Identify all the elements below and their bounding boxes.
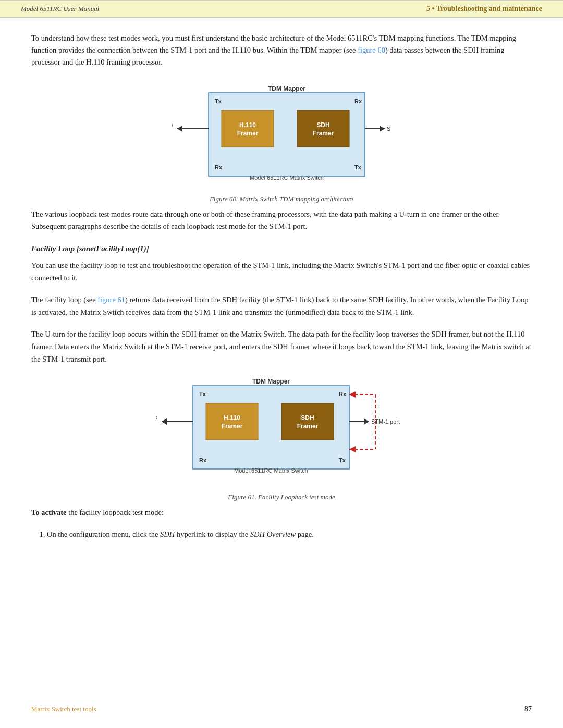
list-item-1: On the configuration menu, click the SDH… <box>47 528 532 541</box>
svg-rect-26 <box>282 403 334 440</box>
footer: Matrix Switch test tools 87 <box>0 705 563 713</box>
svg-text:H.110: H.110 <box>224 414 240 422</box>
figure60-link[interactable]: figure 60 <box>358 46 385 54</box>
svg-marker-41 <box>349 446 356 452</box>
svg-text:Framer: Framer <box>297 423 319 430</box>
svg-rect-23 <box>206 403 258 440</box>
svg-text:Tx: Tx <box>354 164 362 170</box>
numbered-list: On the configuration menu, click the SDH… <box>47 528 532 541</box>
svg-text:Model 6511RC Matrix Switch: Model 6511RC Matrix Switch <box>234 467 308 474</box>
page: Model 6511RC User Manual 5 • Troubleshoo… <box>0 0 563 728</box>
svg-text:Rx: Rx <box>339 391 347 397</box>
svg-text:Framer: Framer <box>222 423 243 430</box>
section-para1: You can use the facility loop to test an… <box>31 260 532 285</box>
footer-right: 87 <box>524 705 532 713</box>
svg-text:Model 6511RC Matrix Switch: Model 6511RC Matrix Switch <box>250 175 324 181</box>
svg-marker-36 <box>364 418 369 425</box>
svg-text:Rx: Rx <box>199 457 207 463</box>
footer-left: Matrix Switch test tools <box>31 705 96 713</box>
diagram1-container: TDM Mapper Tx Rx H.110 Framer SDH Framer… <box>31 83 532 203</box>
section-para2: The facility loop (see figure 61) return… <box>31 294 532 319</box>
body-para1: The various loopback test modes route da… <box>31 208 532 233</box>
svg-text:Framer: Framer <box>237 130 259 137</box>
svg-marker-14 <box>177 126 182 132</box>
activate-text: To activate the facility loopback test m… <box>31 507 532 519</box>
svg-text:Tx: Tx <box>215 98 222 104</box>
svg-text:TDM Mapper: TDM Mapper <box>268 85 305 92</box>
figure61-caption: Figure 61. Facility Loopback test mode <box>228 493 335 501</box>
svg-text:Framer: Framer <box>313 130 334 137</box>
diagram2-svg: TDM Mapper Tx Rx H.110 Framer SDH Framer… <box>156 376 407 486</box>
content-area: To understand how these test modes work,… <box>0 32 563 566</box>
svg-text:Rx: Rx <box>354 98 362 104</box>
svg-text:TDM Mapper: TDM Mapper <box>252 378 290 385</box>
intro-paragraph: To understand how these test modes work,… <box>31 32 532 69</box>
header-bar: Model 6511RC User Manual 5 • Troubleshoo… <box>0 0 563 18</box>
list-item1-suffix: page. <box>296 530 314 538</box>
svg-text:SDH: SDH <box>301 414 314 422</box>
svg-marker-42 <box>349 391 356 398</box>
list-item1-mid: hyperlink to display the <box>175 530 250 538</box>
diagram2-container: TDM Mapper Tx Rx H.110 Framer SDH Framer… <box>31 376 532 501</box>
header-left: Model 6511RC User Manual <box>21 5 99 13</box>
svg-text:H.110 bus: H.110 bus <box>172 121 173 128</box>
svg-marker-17 <box>380 126 385 132</box>
svg-marker-33 <box>162 418 167 425</box>
svg-text:Tx: Tx <box>339 457 346 463</box>
section-heading: Facility Loop [sonetFacilityLoop(1)] <box>31 244 532 253</box>
section-para3: The U-turn for the facility loop occurs … <box>31 328 532 366</box>
header-right: 5 • Troubleshooting and maintenance <box>426 5 542 13</box>
activate-rest: the facility loopback test mode: <box>67 508 164 516</box>
svg-text:H.110: H.110 <box>239 121 256 129</box>
figure60-caption: Figure 60. Matrix Switch TDM mapping arc… <box>210 195 353 203</box>
svg-text:Rx: Rx <box>215 164 223 170</box>
sdh-link[interactable]: SDH <box>160 530 175 538</box>
svg-rect-7 <box>297 110 349 147</box>
list-item1-prefix: On the configuration menu, click the <box>47 530 160 538</box>
svg-rect-4 <box>222 110 274 147</box>
list-item1-italic: SDH Overview <box>250 530 296 538</box>
activate-bold: To activate <box>31 508 67 516</box>
figure61-link[interactable]: figure 61 <box>97 295 125 304</box>
diagram1-svg: TDM Mapper Tx Rx H.110 Framer SDH Framer… <box>172 83 391 188</box>
svg-text:H.110 bus: H.110 bus <box>156 414 157 421</box>
svg-text:STM-1 port: STM-1 port <box>387 126 391 132</box>
svg-text:Tx: Tx <box>199 391 206 397</box>
svg-text:SDH: SDH <box>316 121 329 129</box>
